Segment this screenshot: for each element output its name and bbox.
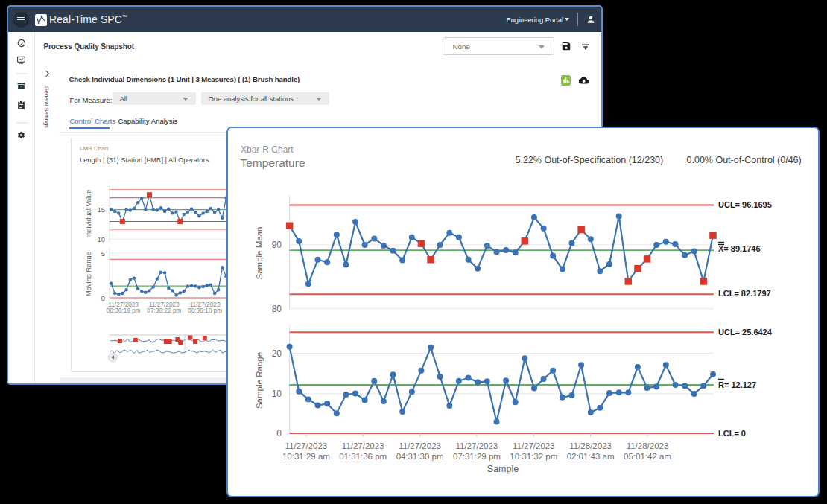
svg-text:R= 12.127: R= 12.127	[718, 380, 756, 389]
svg-text:11/27/2023: 11/27/2023	[399, 441, 441, 450]
svg-text:X= 89.1746: X= 89.1746	[718, 244, 761, 253]
svg-text:11/27/2023: 11/27/2023	[512, 441, 554, 450]
svg-text:Sample Range: Sample Range	[255, 352, 264, 409]
svg-text:LCL= 82.1797: LCL= 82.1797	[718, 289, 771, 298]
svg-text:11/28/2023: 11/28/2023	[569, 441, 612, 450]
svg-text:Sample Mean: Sample Mean	[255, 227, 264, 280]
svg-text:11/27/2023: 11/27/2023	[455, 441, 498, 450]
svg-text:Sample: Sample	[487, 464, 518, 474]
svg-text:04:31:30 pm: 04:31:30 pm	[396, 452, 443, 461]
svg-text:08:36:18 pm: 08:36:18 pm	[188, 307, 222, 314]
svg-text:15: 15	[97, 205, 105, 214]
svg-text:Individual Value: Individual Value	[85, 190, 92, 238]
svg-text:06:36:19 pm: 06:36:19 pm	[107, 307, 141, 314]
svg-text:10: 10	[97, 235, 105, 243]
svg-text:02:01:43 am: 02:01:43 am	[566, 452, 614, 461]
svg-text:UCL= 25.6424: UCL= 25.6424	[718, 328, 773, 336]
svg-text:07:31:29 pm: 07:31:29 pm	[452, 452, 500, 461]
svg-text:90: 90	[271, 240, 282, 250]
svg-text:11/27/2023: 11/27/2023	[285, 441, 327, 450]
svg-text:11/27/2023: 11/27/2023	[341, 441, 384, 450]
svg-text:10:31:32 pm: 10:31:32 pm	[510, 452, 557, 461]
svg-text:UCL= 96.1695: UCL= 96.1695	[718, 200, 772, 209]
svg-text:LCL= 0: LCL= 0	[718, 429, 746, 438]
svg-text:5: 5	[101, 249, 105, 258]
svg-text:80: 80	[271, 304, 282, 314]
svg-text:01:31:36 pm: 01:31:36 pm	[339, 452, 387, 461]
svg-text:10:31:29 am: 10:31:29 am	[282, 452, 329, 461]
svg-text:0: 0	[276, 428, 282, 438]
svg-text:Moving Range: Moving Range	[85, 252, 92, 296]
svg-text:11/28/2023: 11/28/2023	[626, 441, 668, 450]
svg-text:10: 10	[271, 389, 282, 399]
svg-text:07:36:22 pm: 07:36:22 pm	[147, 307, 181, 314]
svg-text:20: 20	[271, 348, 282, 359]
svg-text:0: 0	[101, 294, 105, 302]
svg-text:05:01:42 am: 05:01:42 am	[624, 452, 671, 461]
